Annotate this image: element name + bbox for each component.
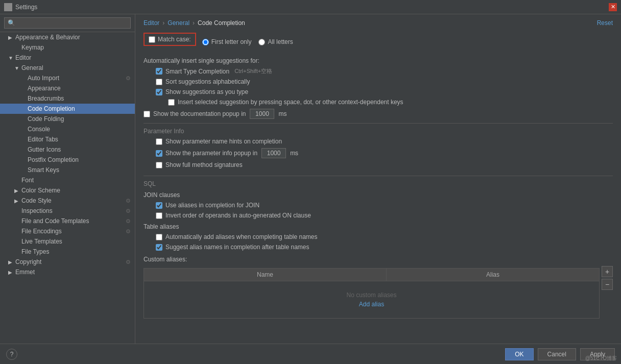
- param-popup-checkbox[interactable]: [156, 150, 162, 157]
- sidebar-item-keymap[interactable]: Keymap: [0, 42, 135, 53]
- auto-insert-title-row: Automatically insert single suggestions …: [144, 57, 613, 64]
- use-aliases-checkbox[interactable]: [156, 202, 162, 209]
- sidebar-item-color-scheme[interactable]: ▶ Color Scheme: [0, 185, 135, 196]
- sort-alpha-text: Sort suggestions alphabetically: [165, 78, 250, 85]
- sidebar-item-file-code-templates[interactable]: File and Code Templates ⚙: [0, 216, 135, 226]
- insert-by-space-row: Insert selected suggestion by pressing s…: [144, 99, 613, 106]
- reset-button[interactable]: Reset: [597, 19, 613, 27]
- sort-alpha-row: Sort suggestions alphabetically: [144, 78, 613, 85]
- sidebar-item-code-folding[interactable]: Code Folding: [0, 114, 135, 124]
- use-aliases-label[interactable]: Use aliases in completion for JOIN: [156, 202, 259, 209]
- remove-alias-button[interactable]: −: [602, 279, 613, 290]
- sidebar-item-editor[interactable]: ▼ Editor: [0, 53, 135, 63]
- doc-popup-prefix: Show the documentation popup in: [153, 110, 246, 117]
- aliases-table: Name Alias No custom aliases Add alias: [144, 268, 600, 319]
- expand-arrow: ▶: [8, 270, 13, 275]
- sidebar-item-editor-tabs[interactable]: Editor Tabs: [0, 134, 135, 144]
- sidebar-item-copyright[interactable]: ▶ Copyright ⚙: [0, 257, 135, 267]
- auto-add-aliases-label[interactable]: Automatically add aliases when completin…: [156, 233, 318, 240]
- sidebar-item-gutter-icons[interactable]: Gutter Icons: [0, 144, 135, 155]
- smart-type-checkbox[interactable]: [156, 68, 162, 75]
- cancel-button[interactable]: Cancel: [538, 348, 576, 360]
- show-as-type-label[interactable]: Show suggestions as you type: [156, 88, 248, 95]
- auto-add-aliases-checkbox[interactable]: [156, 234, 162, 240]
- gear-icon: ⚙: [126, 259, 131, 265]
- first-letter-label[interactable]: First letter only: [202, 38, 252, 45]
- param-popup-label[interactable]: Show the parameter info popup in: [156, 150, 257, 157]
- sidebar-item-file-encodings[interactable]: File Encodings ⚙: [0, 226, 135, 236]
- gear-icon: ⚙: [126, 208, 131, 214]
- param-info-title: Parameter Info: [144, 128, 613, 135]
- use-aliases-row: Use aliases in completion for JOIN: [144, 202, 613, 209]
- expand-arrow: ▼: [14, 65, 19, 71]
- breadcrumb: Editor › General › Code Completion Reset: [144, 19, 613, 27]
- sort-alpha-label[interactable]: Sort suggestions alphabetically: [156, 78, 250, 85]
- sidebar-item-label: Code Folding: [28, 115, 64, 123]
- doc-popup-input[interactable]: [250, 109, 274, 119]
- match-case-checkbox[interactable]: [149, 36, 155, 43]
- breadcrumb-general[interactable]: General: [168, 19, 189, 27]
- add-alias-link[interactable]: Add alias: [154, 301, 589, 308]
- sidebar-item-label: Breadcrumbs: [28, 95, 64, 102]
- insert-by-space-text: Insert selected suggestion by pressing s…: [178, 99, 403, 106]
- join-clauses-title: JOIN clauses: [144, 191, 613, 199]
- match-case-label[interactable]: Match case:: [149, 36, 191, 43]
- param-hints-checkbox[interactable]: [156, 138, 162, 145]
- sidebar-item-breadcrumbs[interactable]: Breadcrumbs: [0, 93, 135, 104]
- insert-by-space-label[interactable]: Insert selected suggestion by pressing s…: [168, 99, 403, 106]
- sidebar-item-postfix-completion[interactable]: Postfix Completion: [0, 155, 135, 165]
- sidebar-item-console[interactable]: Console: [0, 124, 135, 134]
- full-signatures-checkbox[interactable]: [156, 162, 162, 168]
- show-as-type-checkbox[interactable]: [156, 89, 162, 95]
- content-area: Editor › General › Code Completion Reset…: [135, 14, 621, 344]
- sidebar-item-label: Emmet: [15, 269, 35, 276]
- sort-alpha-checkbox[interactable]: [156, 79, 162, 85]
- param-hints-label[interactable]: Show parameter name hints on completion: [156, 138, 282, 145]
- suggest-alias-names-label[interactable]: Suggest alias names in completion after …: [156, 244, 309, 251]
- help-button[interactable]: ?: [6, 349, 17, 360]
- use-aliases-text: Use aliases in completion for JOIN: [165, 202, 259, 209]
- match-case-box: Match case:: [144, 33, 196, 46]
- sidebar-item-general[interactable]: ▼ General: [0, 63, 135, 73]
- suggest-alias-names-checkbox[interactable]: [156, 244, 162, 251]
- add-alias-button[interactable]: +: [602, 266, 613, 277]
- sidebar-item-label: Code Completion: [28, 105, 75, 112]
- all-letters-label[interactable]: All letters: [258, 38, 293, 45]
- col-alias: Alias: [387, 269, 600, 281]
- invert-order-label[interactable]: Invert order of operands in auto-generat…: [156, 212, 311, 219]
- doc-popup-label[interactable]: Show the documentation popup in: [144, 110, 246, 117]
- sidebar-item-label: Auto Import: [28, 75, 59, 82]
- sidebar-item-smart-keys[interactable]: Smart Keys: [0, 165, 135, 175]
- smart-type-label[interactable]: Smart Type Completion Ctrl+Shift+空格: [156, 67, 272, 75]
- doc-popup-row: Show the documentation popup in ms: [144, 109, 613, 119]
- param-popup-text: Show the parameter info popup in: [165, 150, 257, 157]
- sidebar-item-file-types[interactable]: File Types: [0, 247, 135, 257]
- show-as-type-text: Show suggestions as you type: [165, 88, 248, 95]
- sidebar-item-label: File Encodings: [21, 228, 62, 235]
- sidebar-item-label: Postfix Completion: [28, 156, 79, 163]
- sidebar-item-auto-import[interactable]: Auto Import ⚙: [0, 73, 135, 83]
- expand-arrow: ▶: [14, 188, 19, 193]
- first-letter-radio[interactable]: [202, 39, 209, 45]
- insert-by-space-checkbox[interactable]: [168, 99, 175, 106]
- invert-order-checkbox[interactable]: [156, 212, 162, 219]
- param-popup-input[interactable]: [261, 148, 286, 158]
- breadcrumb-editor[interactable]: Editor: [144, 19, 159, 27]
- sidebar-item-code-completion[interactable]: Code Completion: [0, 104, 135, 114]
- sidebar-item-code-style[interactable]: ▶ Code Style ⚙: [0, 196, 135, 206]
- all-letters-radio[interactable]: [258, 39, 265, 45]
- sidebar-item-inspections[interactable]: Inspections ⚙: [0, 206, 135, 216]
- sidebar-item-emmet[interactable]: ▶ Emmet: [0, 267, 135, 277]
- ok-button[interactable]: OK: [505, 348, 533, 360]
- doc-popup-checkbox[interactable]: [144, 111, 150, 117]
- sidebar-item-appearance-behavior[interactable]: ▶ Appearance & Behavior: [0, 32, 135, 42]
- search-bar[interactable]: [0, 14, 135, 32]
- full-signatures-label[interactable]: Show full method signatures: [156, 161, 243, 168]
- sidebar-item-live-templates[interactable]: Live Templates: [0, 236, 135, 247]
- sidebar-item-label: Inspections: [21, 207, 53, 214]
- search-input[interactable]: [4, 17, 131, 29]
- close-button[interactable]: ✕: [609, 3, 617, 11]
- sidebar-item-appearance[interactable]: Appearance: [0, 83, 135, 93]
- sidebar-item-font[interactable]: Font: [0, 175, 135, 185]
- smart-type-shortcut: Ctrl+Shift+空格: [234, 67, 272, 75]
